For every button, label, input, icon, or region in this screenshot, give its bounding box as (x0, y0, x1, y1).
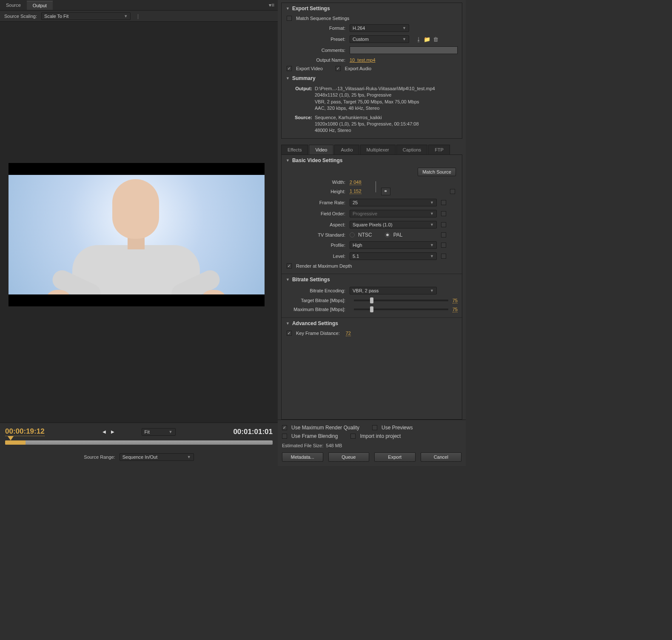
tab-ftp[interactable]: FTP (428, 145, 450, 154)
basic-video-title: Basic Video Settings (292, 157, 342, 163)
twirl-down-icon: ▼ (286, 158, 290, 163)
framerate-dropdown[interactable]: 25▼ (350, 199, 437, 206)
estimated-size-label: Estimated File Size: (282, 443, 323, 448)
chevron-down-icon: ▼ (169, 430, 173, 434)
import-project-checkbox[interactable] (350, 434, 356, 439)
keyframe-distance-value[interactable]: 72 (346, 331, 351, 336)
tab-effects[interactable]: Effects (281, 145, 308, 154)
timeline-bar[interactable] (5, 440, 273, 445)
match-sequence-checkbox[interactable] (287, 16, 292, 21)
level-value: 5.1 (353, 254, 359, 259)
profile-dropdown[interactable]: High▼ (350, 241, 437, 249)
tab-output[interactable]: Output (27, 1, 53, 10)
fieldorder-value: Progressive (353, 211, 377, 216)
profile-match-checkbox[interactable] (441, 243, 446, 248)
basic-video-header[interactable]: ▼ Basic Video Settings (282, 155, 462, 166)
target-bitrate-value[interactable]: 75 (453, 298, 458, 303)
metadata-button[interactable]: Metadata... (282, 452, 323, 462)
bitrate-header[interactable]: ▼ Bitrate Settings (282, 274, 462, 285)
bitrate-encoding-value: VBR, 2 pass (353, 288, 379, 293)
next-frame-icon[interactable]: ▶ (111, 429, 114, 434)
summary-block: Output:D:\Prem...-13_Viitasaari-Ruka-Vii… (282, 84, 462, 138)
queue-button[interactable]: Queue (328, 452, 370, 462)
comments-label: Comments: (282, 48, 350, 53)
use-previews-checkbox[interactable] (372, 425, 377, 430)
aspect-label: Aspect: (282, 222, 350, 227)
framerate-match-checkbox[interactable] (441, 200, 446, 205)
keyframe-distance-checkbox[interactable] (287, 331, 292, 336)
use-max-quality-label: Use Maximum Render Quality (291, 425, 359, 431)
use-max-quality-checkbox[interactable] (282, 425, 287, 430)
level-dropdown[interactable]: 5.1▼ (350, 252, 437, 260)
match-sequence-label: Match Sequence Settings (296, 16, 349, 21)
source-range-dropdown[interactable]: Sequence In/Out▼ (120, 453, 194, 461)
aspect-dropdown[interactable]: Square Pixels (1.0)▼ (350, 221, 437, 229)
settings-tabs: Effects Video Audio Multiplexer Captions… (281, 145, 462, 154)
divider-icon: | (137, 13, 139, 19)
target-bitrate-label: Target Bitrate [Mbps]: (282, 298, 350, 303)
format-dropdown[interactable]: H.264▼ (350, 24, 409, 32)
panel-menu-icon[interactable]: ▾≡ (265, 2, 278, 8)
comments-input[interactable] (350, 46, 458, 54)
output-name-link[interactable]: 10_test.mp4 (350, 57, 376, 63)
timecode-in[interactable]: 00:00:19:12 (5, 427, 45, 436)
import-project-label: Import into project (360, 433, 401, 439)
max-bitrate-slider[interactable] (354, 309, 448, 310)
tvstd-match-checkbox[interactable] (441, 232, 446, 237)
cancel-button[interactable]: Cancel (421, 452, 462, 462)
output-name-label: Output Name: (282, 57, 350, 63)
save-preset-icon[interactable]: ⭳ (414, 35, 423, 43)
render-max-depth-checkbox[interactable] (287, 263, 292, 269)
summary-header[interactable]: ▼ Summary (282, 73, 462, 84)
summary-source-label: Source: (288, 114, 315, 121)
summary-output-label: Output: (288, 86, 315, 92)
export-video-checkbox[interactable] (287, 66, 292, 71)
fieldorder-label: Field Order: (282, 211, 350, 216)
max-bitrate-value[interactable]: 75 (453, 307, 458, 312)
delete-preset-icon[interactable]: 🗑 (431, 35, 440, 43)
level-match-checkbox[interactable] (441, 254, 446, 259)
source-scaling-dropdown[interactable]: Scale To Fit▼ (41, 12, 131, 20)
bitrate-encoding-label: Bitrate Encoding: (282, 288, 350, 293)
chevron-down-icon: ▼ (402, 37, 406, 41)
profile-label: Profile: (282, 243, 350, 248)
tab-audio[interactable]: Audio (334, 145, 359, 154)
chevron-down-icon: ▼ (402, 26, 406, 30)
advanced-header[interactable]: ▼ Advanced Settings (282, 318, 462, 329)
tab-source[interactable]: Source (0, 1, 27, 9)
width-field[interactable]: 2 048 (350, 180, 362, 185)
preview-area (0, 22, 278, 423)
fieldorder-dropdown[interactable]: Progressive▼ (350, 210, 437, 217)
zoom-fit-dropdown[interactable]: Fit▼ (142, 428, 176, 436)
preset-dropdown[interactable]: Custom▼ (350, 35, 409, 43)
target-bitrate-slider[interactable] (354, 300, 448, 301)
export-button[interactable]: Export (374, 452, 416, 462)
pal-radio[interactable] (385, 232, 390, 237)
tab-captions[interactable]: Captions (396, 145, 427, 154)
profile-value: High (353, 243, 362, 248)
export-video-label: Export Video (296, 66, 323, 71)
height-field[interactable]: 1 152 (350, 189, 362, 194)
use-frame-blending-checkbox[interactable] (282, 434, 287, 439)
max-bitrate-label: Maximum Bitrate [Mbps]: (282, 307, 350, 312)
aspect-match-checkbox[interactable] (441, 222, 446, 227)
export-audio-checkbox[interactable] (336, 66, 341, 71)
ntsc-radio[interactable] (350, 232, 355, 237)
aspect-value: Square Pixels (1.0) (353, 222, 393, 227)
twirl-down-icon: ▼ (286, 277, 290, 282)
export-settings-header[interactable]: ▼ Export Settings (282, 3, 462, 14)
width-height-match-checkbox[interactable] (450, 189, 455, 194)
constrain-link-icon[interactable]: ⚭ (381, 188, 390, 195)
import-preset-icon[interactable]: 📁 (423, 35, 431, 43)
render-max-depth-label: Render at Maximum Depth (296, 263, 352, 269)
timeline-in-out-range (5, 440, 26, 445)
video-settings-panel: ▼ Basic Video Settings Match Source Widt… (281, 154, 462, 420)
export-audio-label: Export Audio (345, 66, 371, 71)
fieldorder-match-checkbox[interactable] (441, 211, 446, 216)
bitrate-encoding-dropdown[interactable]: VBR, 2 pass▼ (350, 287, 437, 294)
prev-frame-icon[interactable]: ◀ (103, 429, 106, 434)
chevron-down-icon: ▼ (124, 14, 128, 18)
tab-multiplexer[interactable]: Multiplexer (360, 145, 396, 154)
match-source-button[interactable]: Match Source (418, 168, 456, 176)
tab-video[interactable]: Video (309, 145, 333, 154)
